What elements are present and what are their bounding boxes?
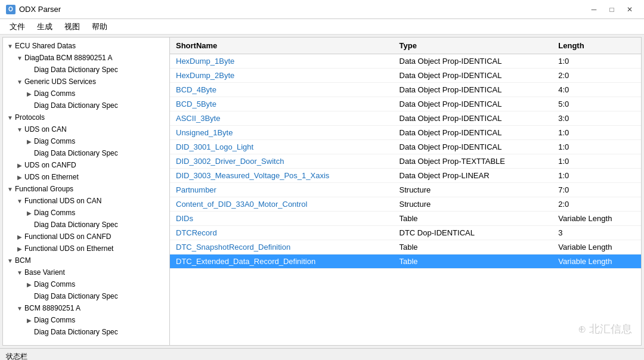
cell-length: 1:0	[552, 126, 641, 140]
tree-node-uds-canfd[interactable]: ▶ UDS on CANFD	[3, 159, 169, 171]
tree-node-bcm[interactable]: ▼ BCM	[3, 255, 169, 266]
col-header-type: Type	[394, 38, 553, 54]
tree-expand-diag-comms-4[interactable]: ▶	[24, 280, 34, 289]
tree-node-base-varient[interactable]: ▼ Base Varient	[3, 266, 169, 278]
tree-expand-protocols[interactable]: ▼	[5, 113, 15, 122]
tree-node-bcm-88890251[interactable]: ▼ BCM 88890251 A	[3, 302, 169, 314]
tree-expand-bcm-88890251[interactable]: ▼	[15, 303, 24, 313]
tree-node-diagdata-bcm[interactable]: ▼ DiagData BCM 88890251 A	[3, 52, 169, 64]
table-row[interactable]: DTC_Extended_Data_Record_DefinitionTable…	[170, 255, 641, 269]
tree-expand-bcm[interactable]: ▼	[5, 256, 15, 265]
tree-label-diagdata-bcm: DiagData BCM 88890251 A	[24, 54, 112, 62]
tree-label-diag-comms-2: Diag Comms	[34, 137, 75, 145]
tree-node-diag-comms-5[interactable]: ▶ Diag Comms	[3, 314, 169, 326]
tree-expand-func-uds-can[interactable]: ▼	[15, 196, 24, 206]
table-row[interactable]: DTCRecordDTC Dop-IDENTICAL3	[170, 226, 641, 240]
menu-item-帮助[interactable]: 帮助	[87, 20, 112, 34]
tree-label-diag-dict-3: Diag Data Dictionary Spec	[34, 149, 118, 157]
tree-expand-diag-dict-2	[24, 101, 34, 110]
menu-item-文件[interactable]: 文件	[5, 20, 30, 34]
tree-node-diag-dict-3[interactable]: Diag Data Dictionary Spec	[3, 147, 169, 159]
tree-label-bcm-88890251: BCM 88890251 A	[24, 304, 80, 312]
tree-node-func-uds-canfd[interactable]: ▶ Functional UDS on CANFD	[3, 231, 169, 243]
cell-shortname: Content_of_DID_33A0_Motor_Control	[170, 197, 394, 212]
cell-type: Data Object Prop-IDENTICAL	[394, 69, 553, 83]
cell-shortname: DTC_SnapshotRecord_Definition	[170, 240, 394, 255]
tree-label-ecu-shared: ECU Shared Datas	[15, 42, 76, 50]
tree-node-uds-can[interactable]: ▼ UDS on CAN	[3, 123, 169, 135]
menu-item-视图[interactable]: 视图	[60, 20, 85, 34]
cell-shortname: DID_3003_Measured_Voltage_Pos_1_Xaxis	[170, 169, 394, 183]
tree-node-protocols[interactable]: ▼ Protocols	[3, 111, 169, 123]
table-row[interactable]: Unsigned_1ByteData Object Prop-IDENTICAL…	[170, 126, 641, 140]
tree-node-generic-uds[interactable]: ▼ Generic UDS Services	[3, 76, 169, 88]
table-row[interactable]: DID_3001_Logo_LightData Object Prop-IDEN…	[170, 140, 641, 154]
tree-expand-func-uds-canfd[interactable]: ▶	[15, 232, 24, 241]
minimize-button[interactable]: ─	[586, 4, 602, 15]
tree-label-diag-comms-3: Diag Comms	[34, 209, 75, 217]
tree-expand-functional-groups[interactable]: ▼	[5, 184, 15, 194]
tree-label-func-uds-canfd: Functional UDS on CANFD	[24, 232, 111, 241]
tree-node-diag-dict-4[interactable]: Diag Data Dictionary Spec	[3, 219, 169, 231]
tree-node-diag-dict-2[interactable]: Diag Data Dictionary Spec	[3, 100, 169, 111]
cell-type: Data Object Prop-IDENTICAL	[394, 111, 553, 126]
table-row[interactable]: PartnumberStructure7:0	[170, 183, 641, 197]
tree-expand-diag-dict-4	[24, 220, 34, 229]
tree-expand-diag-comms-1[interactable]: ▶	[24, 89, 34, 98]
menu-item-生成[interactable]: 生成	[32, 20, 57, 34]
tree-expand-func-uds-ethernet[interactable]: ▶	[15, 244, 24, 253]
tree-node-diag-comms-3[interactable]: ▶ Diag Comms	[3, 207, 169, 219]
tree-expand-diag-comms-2[interactable]: ▶	[24, 136, 34, 146]
tree-node-diag-dict-5[interactable]: Diag Data Dictionary Spec	[3, 290, 169, 302]
tree-expand-diag-comms-5[interactable]: ▶	[24, 315, 34, 325]
tree-node-uds-ethernet[interactable]: ▶ UDS on Ethernet	[3, 171, 169, 183]
table-row[interactable]: BCD_4ByteData Object Prop-IDENTICAL4:0	[170, 83, 641, 97]
tree-expand-ecu-shared[interactable]: ▼	[5, 41, 15, 51]
tree-expand-generic-uds[interactable]: ▼	[15, 77, 24, 86]
cell-shortname: BCD_4Byte	[170, 83, 394, 97]
table-row[interactable]: HexDump_2ByteData Object Prop-IDENTICAL2…	[170, 69, 641, 83]
table-row[interactable]: HexDump_1ByteData Object Prop-IDENTICAL1…	[170, 54, 641, 69]
tree-expand-uds-canfd[interactable]: ▶	[15, 160, 24, 170]
tree-expand-base-varient[interactable]: ▼	[15, 268, 24, 277]
table-row[interactable]: BCD_5ByteData Object Prop-IDENTICAL5:0	[170, 97, 641, 111]
tree-expand-diag-dict-6	[24, 327, 34, 337]
table-row[interactable]: Content_of_DID_33A0_Motor_ControlStructu…	[170, 197, 641, 212]
table-row[interactable]: DTC_SnapshotRecord_DefinitionTableVariab…	[170, 240, 641, 255]
tree-label-functional-groups: Functional Groups	[15, 185, 73, 193]
cell-length: 1:0	[552, 169, 641, 183]
tree-expand-diagdata-bcm[interactable]: ▼	[15, 53, 24, 63]
tree-node-diag-comms-1[interactable]: ▶ Diag Comms	[3, 88, 169, 100]
tree-label-uds-canfd: UDS on CANFD	[24, 161, 76, 169]
tree-node-ecu-shared[interactable]: ▼ ECU Shared Datas	[3, 40, 169, 52]
tree-node-func-uds-can[interactable]: ▼ Functional UDS on CAN	[3, 195, 169, 207]
table-header-row: ShortName Type Length	[170, 38, 641, 54]
tree-node-diag-dict-1[interactable]: Diag Data Dictionary Spec	[3, 64, 169, 76]
table-row[interactable]: DID_3002_Driver_Door_SwitchData Object P…	[170, 154, 641, 169]
cell-shortname: DTCRecord	[170, 226, 394, 240]
app-icon: O	[6, 5, 16, 14]
tree-node-diag-dict-6[interactable]: Diag Data Dictionary Spec	[3, 326, 169, 338]
table-row[interactable]: ASCII_3ByteData Object Prop-IDENTICAL3:0	[170, 111, 641, 126]
tree-expand-diag-comms-3[interactable]: ▶	[24, 208, 34, 218]
tree-node-diag-comms-4[interactable]: ▶ Diag Comms	[3, 278, 169, 290]
cell-length: Variable Length	[552, 240, 641, 255]
cell-type: Data Object Prop-IDENTICAL	[394, 140, 553, 154]
tree-node-functional-groups[interactable]: ▼ Functional Groups	[3, 183, 169, 195]
maximize-button[interactable]: □	[603, 4, 620, 15]
tree-label-bcm: BCM	[15, 256, 31, 265]
status-text: 状态栏	[6, 352, 27, 360]
tree-node-func-uds-ethernet[interactable]: ▶ Functional UDS on Ethernet	[3, 243, 169, 255]
tree-expand-uds-ethernet[interactable]: ▶	[15, 172, 24, 182]
cell-shortname: BCD_5Byte	[170, 97, 394, 111]
data-table: ShortName Type Length HexDump_1ByteData …	[170, 38, 641, 269]
tree-expand-uds-can[interactable]: ▼	[15, 125, 24, 134]
tree-label-diag-comms-5: Diag Comms	[34, 316, 75, 324]
menu-bar: 文件生成视图帮助	[0, 19, 644, 35]
tree-label-diag-comms-1: Diag Comms	[34, 89, 75, 98]
close-button[interactable]: ✕	[621, 4, 638, 15]
tree-label-uds-can: UDS on CAN	[24, 125, 67, 134]
table-row[interactable]: DID_3003_Measured_Voltage_Pos_1_XaxisDat…	[170, 169, 641, 183]
tree-node-diag-comms-2[interactable]: ▶ Diag Comms	[3, 135, 169, 147]
table-row[interactable]: DIDsTableVariable Length	[170, 212, 641, 226]
